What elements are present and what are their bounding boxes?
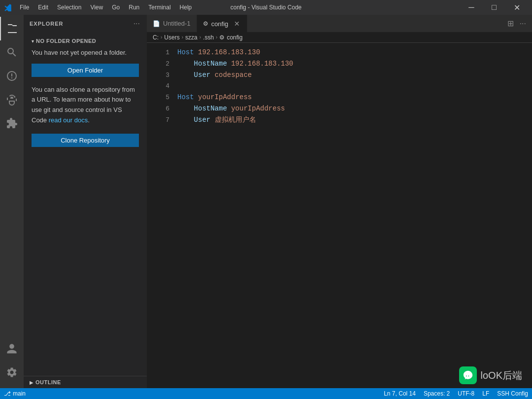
token-kw-user-val: 虚拟机用户名 (215, 116, 256, 124)
status-branch[interactable]: ⎇ main (0, 388, 30, 399)
activity-bottom (0, 337, 24, 388)
titlebar-left: File Edit Selection View Go Run Terminal… (4, 3, 196, 12)
tab-config-label: config (211, 20, 229, 28)
outline-label: OUTLINE (35, 379, 61, 385)
read-docs-link[interactable]: read our docs (49, 116, 88, 124)
vscode-logo (4, 3, 12, 11)
sidebar-content: ▾ NO FOLDER OPENED You have not yet open… (24, 32, 147, 376)
activity-item-search[interactable] (0, 40, 24, 64)
wechat-icon (459, 366, 477, 384)
line-content (177, 80, 524, 91)
breadcrumb-sep-1: › (161, 35, 162, 40)
editor-area: 📄 Untitled-1 ⚙ config ✕ ⊞ ··· C: › Users… (147, 15, 532, 388)
clone-repository-button[interactable]: Clone Repository (32, 134, 139, 147)
menu-view[interactable]: View (86, 3, 107, 12)
status-eol[interactable]: LF (478, 388, 493, 399)
open-folder-button[interactable]: Open Folder (32, 64, 139, 77)
breadcrumb-ssh[interactable]: .ssh (203, 34, 214, 41)
status-cursor[interactable]: Ln 7, Col 14 (380, 388, 420, 399)
menu-file[interactable]: File (16, 3, 33, 12)
tab-untitled[interactable]: 📄 Untitled-1 (147, 15, 197, 32)
line-number: 2 (155, 59, 169, 70)
tab-untitled-label: Untitled-1 (163, 20, 191, 27)
minimize-button[interactable]: ─ (460, 0, 483, 15)
menu-selection[interactable]: Selection (53, 3, 85, 12)
menu-edit[interactable]: Edit (34, 3, 52, 12)
sidebar: EXPLORER ··· ▾ NO FOLDER OPENED You have… (24, 15, 147, 388)
code-line: 6 HostName yourIpAddress (147, 103, 532, 114)
activity-item-explorer[interactable] (0, 17, 24, 40)
activity-item-git[interactable] (0, 64, 24, 88)
menu-terminal[interactable]: Terminal (144, 3, 174, 12)
git-desc-text-2: . (88, 116, 90, 124)
code-line: 4 (147, 80, 532, 92)
tabs-right-actions: ⊞ ··· (505, 15, 532, 32)
activity-bar (0, 15, 24, 388)
breadcrumb-szza[interactable]: szza (185, 34, 198, 41)
tabs-bar: 📄 Untitled-1 ⚙ config ✕ ⊞ ··· (147, 15, 532, 32)
main-area: EXPLORER ··· ▾ NO FOLDER OPENED You have… (0, 15, 532, 388)
watermark: loOK后端 (459, 366, 522, 384)
token-kw-your: yourIpAddress (231, 105, 285, 112)
code-line: 2 HostName 192.168.183.130 (147, 58, 532, 70)
activity-item-extensions[interactable] (0, 111, 24, 135)
line-number: 7 (155, 115, 169, 126)
code-line: 3 User codespace (147, 70, 532, 81)
watermark-text: loOK后端 (481, 369, 522, 382)
line-number: 6 (155, 104, 169, 114)
code-line: 1Host 192.168.183.130 (147, 47, 532, 58)
no-folder-description: You have not yet opened a folder. (32, 48, 139, 58)
line-number: 4 (155, 81, 169, 92)
breadcrumb-sep-3: › (200, 35, 201, 40)
titlebar-controls: ─ □ ✕ (460, 0, 528, 15)
code-editor[interactable]: 1Host 192.168.183.1302 HostName 192.168.… (147, 43, 532, 388)
status-spaces[interactable]: Spaces: 2 (420, 388, 454, 399)
outline-chevron-icon: ▶ (30, 380, 33, 385)
breadcrumb-file: ⚙ config (219, 34, 242, 41)
untitled-tab-icon: 📄 (153, 20, 160, 27)
status-language[interactable]: SSH Config (493, 388, 532, 399)
window-title: config - Visual Studio Code (231, 4, 302, 11)
git-branch-label: main (13, 390, 26, 397)
no-folder-chevron-icon: ▾ (32, 38, 34, 44)
token-kw-hostname: HostName (177, 105, 231, 112)
menu-help[interactable]: Help (176, 3, 196, 12)
sidebar-header: EXPLORER ··· (24, 15, 147, 32)
menu-run[interactable]: Run (125, 3, 143, 12)
status-right: Ln 7, Col 14 Spaces: 2 UTF-8 LF SSH Conf… (380, 388, 532, 399)
tab-close-button[interactable]: ✕ (233, 20, 241, 28)
no-folder-header[interactable]: ▾ NO FOLDER OPENED (32, 36, 139, 48)
token-kw-hostname: HostName (177, 60, 231, 68)
git-description: You can also clone a repository from a U… (32, 85, 139, 126)
outline-header: ▶ OUTLINE (30, 379, 141, 385)
breadcrumb-users[interactable]: Users (164, 34, 179, 41)
breadcrumb-c[interactable]: C: (153, 34, 159, 41)
menu-go[interactable]: Go (108, 3, 124, 12)
breadcrumb-sep-2: › (182, 35, 183, 40)
token-kw-user: User (177, 116, 215, 124)
close-button[interactable]: ✕ (505, 0, 528, 15)
no-folder-label: NO FOLDER OPENED (36, 38, 96, 44)
activity-item-account[interactable] (0, 337, 24, 361)
split-editor-button[interactable]: ⊞ (505, 18, 516, 29)
line-number: 3 (155, 71, 169, 81)
sidebar-more-button[interactable]: ··· (133, 18, 141, 29)
activity-item-debug[interactable] (0, 88, 24, 111)
more-actions-button[interactable]: ··· (518, 18, 528, 29)
status-encoding[interactable]: UTF-8 (454, 388, 478, 399)
tab-config[interactable]: ⚙ config ✕ (197, 15, 248, 32)
token-kw-host: Host (177, 48, 198, 56)
breadcrumb-sep-4: › (216, 35, 217, 40)
line-content: HostName 192.168.183.130 (177, 58, 524, 69)
outline-section[interactable]: ▶ OUTLINE (24, 376, 147, 388)
sidebar-actions: ··· (133, 18, 141, 29)
activity-item-settings[interactable] (0, 361, 24, 384)
code-line: 5Host yourIpAddress (147, 92, 532, 103)
config-tab-icon: ⚙ (203, 20, 208, 27)
token-kw-value-ip: 192.168.183.130 (198, 48, 260, 56)
breadcrumb-file-name: config (227, 34, 242, 41)
line-number: 5 (155, 93, 169, 103)
maximize-button[interactable]: □ (483, 0, 505, 15)
token-kw-host: Host (177, 93, 198, 101)
status-left: ⎇ main (0, 388, 30, 399)
